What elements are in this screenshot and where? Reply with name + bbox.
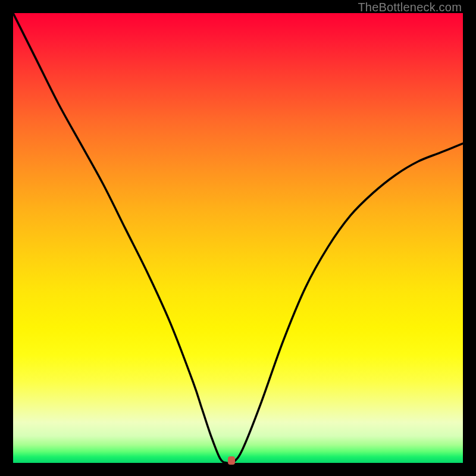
plot-area [13, 13, 463, 463]
minimum-marker [228, 456, 235, 465]
watermark-text: TheBottleneck.com [358, 1, 462, 14]
bottleneck-curve [13, 13, 463, 463]
chart-frame: TheBottleneck.com [0, 0, 476, 476]
